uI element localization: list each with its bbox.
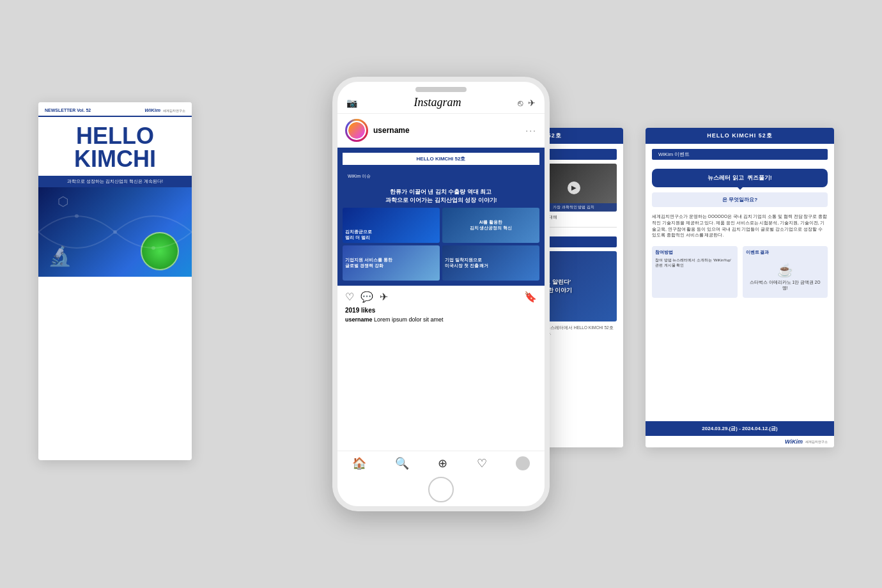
dna-svg	[38, 187, 192, 277]
grid-item-4: 기업 밀착지원으로미국시장 첫 진출 쾌거	[442, 245, 539, 281]
ig-post-image: HELLO KIMCHI 52호 WiKim 이슈 한류가 이끌어 낸 김치 수…	[337, 148, 545, 286]
home-nav-icon[interactable]: 🏠	[352, 456, 366, 470]
newsletter-title-block: HELLO KIMCHI	[38, 117, 192, 176]
newsletter-volume: NEWSLETTER Vol. 52	[45, 108, 91, 112]
speech-bubble: 뉴스레터 읽고 퀴즈풀기!	[652, 169, 828, 187]
svg-point-0	[75, 214, 79, 218]
create-nav-icon[interactable]: ⊕	[438, 456, 447, 470]
phone-home-button[interactable]	[428, 477, 454, 502]
newsletter-image: 🔬 ⬡	[38, 187, 192, 277]
right-card-2-inner: HELLO KIMCHI 52호 WiKim 이벤트 뉴스레터 읽고 퀴즈풀기!…	[646, 128, 834, 447]
phone-screen: 📷 Instagram ⎋ ✈ username ···	[337, 92, 545, 473]
wikim-footer-sub: 세계김치연구소	[805, 440, 828, 444]
bubble-text-1: 뉴스레터 읽고	[708, 174, 744, 181]
grid-label-2: AI를 활용한김치 생산공정의 혁신	[470, 220, 513, 231]
newsletter-header: NEWSLETTER Vol. 52 WiKim 세계김치연구소	[38, 102, 192, 117]
heart-icon[interactable]: ♡	[345, 291, 354, 303]
wikim-footer: WiKim 세계김치연구소	[646, 436, 834, 447]
newsletter-kimchi: KIMCHI	[45, 148, 185, 171]
event-how-box: 참여방법 참여 방법 뉴스레터에서 소개하는 'WiKinYup' 관련 게시물…	[652, 246, 738, 298]
story-avatar-inner	[347, 121, 366, 140]
comment-icon[interactable]: 💬	[360, 291, 373, 303]
wikim-footer-logo: WiKim	[785, 438, 803, 445]
grid-item-2: AI를 활용한김치 생산공정의 혁신	[442, 208, 539, 243]
grid-label-3: 기업지원 서비스를 통한글로벌 경쟁력 강화	[345, 258, 392, 268]
grid-label-4: 기업 밀착지원으로미국시장 첫 진출 쾌거	[445, 258, 488, 268]
event-date-bar: 2024.03.29.(금) - 2024.04.12.(금)	[646, 421, 834, 436]
right-card-2: HELLO KIMCHI 52호 WiKim 이벤트 뉴스레터 읽고 퀴즈풀기!…	[646, 128, 834, 447]
wikim-logo-text: WiKim	[144, 107, 160, 113]
ig-top-bar: 📷 Instagram ⎋ ✈	[337, 92, 545, 114]
ig-bottom-nav: 🏠 🔍 ⊕ ♡	[337, 451, 545, 473]
event-question-box: 은 무엇일까요?	[652, 192, 828, 207]
nav-profile[interactable]	[516, 456, 530, 470]
wikim-logo-sub: 세계김치연구소	[163, 109, 185, 112]
newsletter-hello: HELLO	[45, 125, 185, 148]
action-left: ♡ 💬 ✈	[345, 291, 388, 303]
likes-count: 2019 likes	[337, 306, 545, 315]
post-card-content: HELLO KIMCHI 52호 WiKim 이슈 한류가 이끌어 낸 김치 수…	[337, 148, 545, 286]
caption-text: Lorem ipsum dolor sit amet	[374, 316, 444, 323]
event-how-title: 참여방법	[655, 249, 734, 256]
spacer	[646, 308, 834, 421]
ig-username: username	[373, 126, 520, 135]
phone-notch	[415, 87, 467, 92]
ig-post-actions: ♡ 💬 ✈ 🔖	[337, 286, 545, 306]
event-section-label: WiKim 이벤트	[652, 149, 828, 160]
ig-top-icons: ⎋ ✈	[518, 98, 536, 108]
svg-point-2	[151, 246, 155, 250]
newsletter-subtitle: 과학으로 성장하는 김치산업의 혁신은 계속된다!	[38, 176, 192, 187]
share-icon[interactable]: ⎋	[518, 98, 523, 108]
event-section: 뉴스레터 읽고 퀴즈풀기! 은 무엇일까요? 세계김치연구소가 운영하는 OOO…	[646, 164, 834, 308]
post-card-header: HELLO KIMCHI 52호	[343, 153, 539, 165]
ig-more-dots[interactable]: ···	[525, 125, 537, 135]
ig-story-bar: username ···	[337, 114, 545, 148]
event-desc: 세계김치연구소가 운영하는 OOOOOO은 국내 김치 기업의 소통 및 협력 …	[652, 211, 828, 241]
wikim-issue-badge: WiKim 이슈	[343, 172, 376, 181]
grid-item-3: 기업지원 서비스를 통한글로벌 경쟁력 강화	[343, 245, 440, 281]
grid-item-1: 김치종균으로멀리 더 멀리	[343, 208, 440, 243]
event-prize-box: ☕ 스타벅스 아메리카노 1만 금액권 2O명!	[746, 258, 825, 295]
reels-nav-icon[interactable]: ♡	[477, 456, 487, 470]
camera-icon[interactable]: 📷	[346, 98, 357, 108]
event-question-text: 은 무엇일까요?	[722, 197, 757, 203]
phone-mockup: 📷 Instagram ⎋ ✈ username ···	[332, 77, 550, 511]
how-step-1: 참여 방법 뉴스레터에서 소개하는 'WiKinYup' 관련 게시물 확인	[655, 258, 731, 267]
starbucks-box: ☕ 스타벅스 아메리카노 1만 금액권 2O명!	[746, 258, 825, 295]
post-main-text: 한류가 이끌어 낸 김치 수출량 역대 최고 과학으로 이어가는 김치산업의 성…	[343, 188, 539, 204]
post-caption: username Lorem ipsum dolor sit amet	[337, 315, 545, 327]
ig-post-content[interactable]: HELLO KIMCHI 52호 WiKim 이슈 한류가 이끌어 낸 김치 수…	[337, 148, 545, 451]
instagram-logo: Instagram	[414, 96, 461, 109]
post-grid: 김치종균으로멀리 더 멀리 AI를 활용한김치 생산공정의 혁신 기업지	[343, 208, 539, 281]
wikim-logo-area: WiKim 세계김치연구소	[144, 107, 185, 113]
event-how-area: 참여방법 참여 방법 뉴스레터에서 소개하는 'WiKinYup' 관련 게시물…	[652, 246, 828, 298]
grid-label-1: 김치종균으로멀리 더 멀리	[345, 229, 372, 240]
dm-icon[interactable]: ✈	[528, 98, 536, 108]
share-post-icon[interactable]: ✈	[380, 291, 388, 303]
newsletter-card: NEWSLETTER Vol. 52 WiKim 세계김치연구소 HELLO K…	[38, 102, 192, 460]
avatar-placeholder	[348, 122, 365, 139]
bookmark-icon[interactable]: 🔖	[524, 291, 537, 303]
main-scene: NEWSLETTER Vol. 52 WiKim 세계김치연구소 HELLO K…	[0, 0, 882, 588]
starbucks-text: 스타벅스 아메리카노 1만 금액권 2O명!	[750, 279, 821, 291]
event-result-box: 이벤트 결과 ☕ 스타벅스 아메리카노 1만 금액권 2O명!	[743, 246, 828, 298]
starbucks-icon: ☕	[777, 263, 793, 277]
event-result-title: 이벤트 결과	[746, 249, 825, 256]
bubble-text-2: 퀴즈풀기!	[747, 174, 772, 181]
caption-username: username	[345, 316, 373, 323]
search-nav-icon[interactable]: 🔍	[395, 456, 409, 470]
svg-point-1	[113, 230, 117, 234]
play-btn-2[interactable]: ▶	[568, 182, 580, 194]
story-avatar[interactable]	[345, 119, 368, 142]
right-card-2-header: HELLO KIMCHI 52호	[646, 128, 834, 144]
